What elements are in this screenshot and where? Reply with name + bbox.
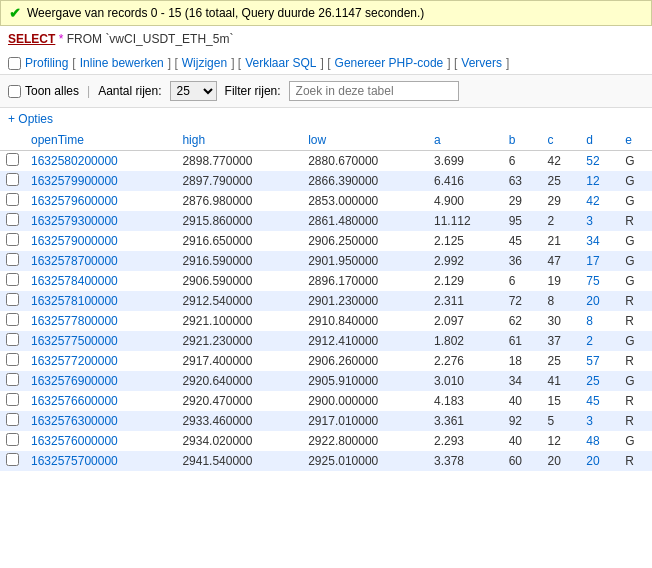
cell-d: 57 [580,351,619,371]
profiling-checkbox[interactable] [8,57,21,70]
row-checkbox[interactable] [6,273,19,286]
cell-low: 2901.950000 [302,251,428,271]
row-checkbox[interactable] [6,353,19,366]
table-header-row: openTime high low a b c d e [0,130,652,151]
row-checkbox[interactable] [6,433,19,446]
explain-link[interactable]: Verklaar SQL [245,56,316,70]
row-checkbox[interactable] [6,193,19,206]
cell-c: 25 [541,351,580,371]
cell-d: 75 [580,271,619,291]
cell-c: 8 [541,291,580,311]
row-checkbox[interactable] [6,373,19,386]
header-high[interactable]: high [176,130,302,151]
inline-edit-link[interactable]: Inline bewerken [80,56,164,70]
generate-link[interactable]: Genereer PHP-code [335,56,444,70]
cell-opentime: 1632576000000 [25,431,176,451]
row-checkbox[interactable] [6,233,19,246]
cell-high: 2921.230000 [176,331,302,351]
header-checkbox-col [0,130,25,151]
cell-c: 21 [541,231,580,251]
cell-opentime: 1632577800000 [25,311,176,331]
cell-high: 2897.790000 [176,171,302,191]
cell-a: 2.992 [428,251,503,271]
cell-e: G [619,231,652,251]
cell-low: 2917.010000 [302,411,428,431]
data-table: openTime high low a b c d e 163258020000… [0,130,652,471]
cell-e: R [619,391,652,411]
cell-opentime: 1632576300000 [25,411,176,431]
cell-b: 92 [503,411,542,431]
header-d[interactable]: d [580,130,619,151]
cell-a: 4.183 [428,391,503,411]
cell-high: 2898.770000 [176,151,302,172]
row-checkbox[interactable] [6,393,19,406]
header-low[interactable]: low [302,130,428,151]
profiling-link[interactable]: Profiling [25,56,68,70]
row-checkbox[interactable] [6,173,19,186]
rows-select[interactable]: 25 50 100 [170,81,217,101]
row-checkbox[interactable] [6,253,19,266]
cell-e: R [619,411,652,431]
cell-b: 29 [503,191,542,211]
table-row: 16325766000002920.4700002900.0000004.183… [0,391,652,411]
row-checkbox[interactable] [6,213,19,226]
cell-opentime: 1632576600000 [25,391,176,411]
cell-d: 3 [580,411,619,431]
header-e[interactable]: e [619,130,652,151]
cell-a: 4.900 [428,191,503,211]
cell-b: 40 [503,431,542,451]
header-opentime[interactable]: openTime [25,130,176,151]
table-row: 16325799000002897.7900002866.3900006.416… [0,171,652,191]
cell-high: 2933.460000 [176,411,302,431]
cell-a: 1.802 [428,331,503,351]
cell-c: 37 [541,331,580,351]
cell-b: 62 [503,311,542,331]
sql-from: FROM [67,32,106,46]
cell-a: 6.416 [428,171,503,191]
cell-a: 2.293 [428,431,503,451]
status-bar: ✔ Weergave van records 0 - 15 (16 totaal… [0,0,652,26]
refresh-link[interactable]: Ververs [461,56,502,70]
show-all-label[interactable]: Toon alles [8,84,79,98]
search-input[interactable] [289,81,459,101]
filter-bar: Toon alles | Aantal rijen: 25 50 100 Fil… [0,75,652,108]
cell-opentime: 1632579600000 [25,191,176,211]
cell-d: 17 [580,251,619,271]
row-checkbox[interactable] [6,313,19,326]
sql-table: `vwCI_USDT_ETH_5m` [105,32,233,46]
sql-star: * [59,32,67,46]
cell-d: 52 [580,151,619,172]
cell-opentime: 1632579900000 [25,171,176,191]
row-checkbox[interactable] [6,333,19,346]
cell-d: 48 [580,431,619,451]
cell-c: 25 [541,171,580,191]
cell-e: G [619,331,652,351]
cell-b: 34 [503,371,542,391]
cell-opentime: 1632577500000 [25,331,176,351]
cell-e: R [619,211,652,231]
cell-high: 2921.100000 [176,311,302,331]
options-link[interactable]: + Opties [0,108,652,130]
cell-e: G [619,151,652,172]
cell-e: G [619,371,652,391]
cell-low: 2912.410000 [302,331,428,351]
cell-a: 3.699 [428,151,503,172]
sql-keyword: SELECT [8,32,55,46]
cell-high: 2920.470000 [176,391,302,411]
cell-opentime: 1632577200000 [25,351,176,371]
row-checkbox[interactable] [6,413,19,426]
cell-e: G [619,251,652,271]
header-c[interactable]: c [541,130,580,151]
header-b[interactable]: b [503,130,542,151]
edit-link[interactable]: Wijzigen [182,56,227,70]
row-checkbox[interactable] [6,153,19,166]
filter-label: Filter rijen: [225,84,281,98]
cell-high: 2920.640000 [176,371,302,391]
row-checkbox[interactable] [6,453,19,466]
cell-b: 63 [503,171,542,191]
row-checkbox[interactable] [6,293,19,306]
cell-c: 19 [541,271,580,291]
header-a[interactable]: a [428,130,503,151]
show-all-checkbox[interactable] [8,85,21,98]
cell-high: 2876.980000 [176,191,302,211]
